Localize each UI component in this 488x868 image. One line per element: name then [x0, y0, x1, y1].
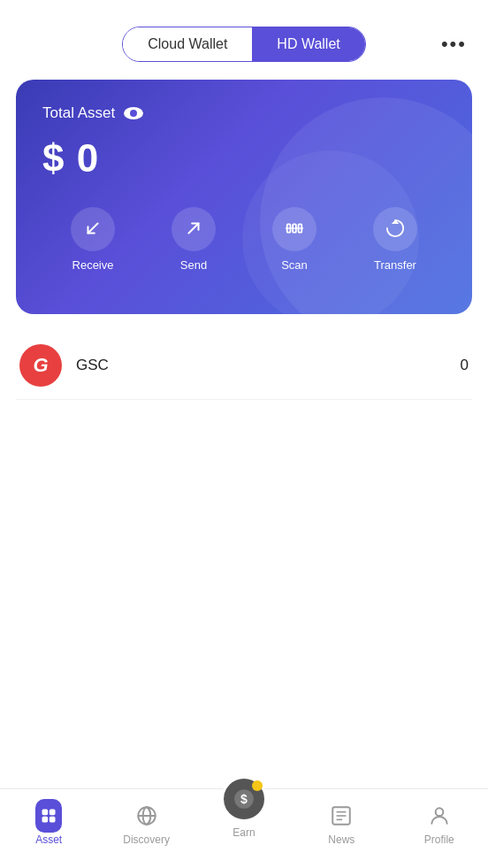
svg-rect-9 [50, 817, 56, 823]
token-name-gsc: GSC [76, 357, 109, 374]
nav-item-profile[interactable]: Profile [408, 803, 470, 846]
token-list: G GSC 0 [16, 332, 472, 400]
receive-circle [71, 207, 115, 251]
token-item-gsc[interactable]: G GSC 0 [16, 332, 472, 400]
transfer-label: Transfer [374, 258, 416, 272]
transfer-icon [385, 219, 405, 241]
bottom-nav: Asset Discovery $ Earn [0, 788, 488, 868]
total-asset-label: Total Asset [42, 104, 115, 122]
discovery-icon [135, 804, 158, 827]
svg-line-0 [88, 223, 98, 233]
wallet-toggle: Cloud Wallet HD Wallet [122, 27, 366, 62]
discovery-icon-wrap [133, 803, 160, 829]
send-circle [172, 207, 216, 251]
scan-circle [272, 207, 316, 251]
gsc-logo-text: G [33, 354, 48, 377]
receive-label: Receive [72, 258, 114, 272]
hd-wallet-tab[interactable]: HD Wallet [252, 27, 364, 61]
earn-icon-wrap: $ [221, 776, 267, 822]
send-action[interactable]: Send [172, 207, 216, 272]
asset-label: Asset [35, 833, 62, 846]
cloud-wallet-tab[interactable]: Cloud Wallet [123, 27, 252, 61]
svg-text:$: $ [240, 792, 248, 806]
profile-label: Profile [424, 833, 454, 846]
profile-icon-wrap [426, 803, 453, 829]
nav-item-discovery[interactable]: Discovery [116, 803, 178, 846]
scan-icon [285, 219, 304, 241]
svg-rect-7 [50, 810, 56, 816]
send-icon [184, 219, 203, 241]
news-label: News [328, 833, 355, 846]
send-label: Send [180, 258, 207, 272]
discovery-label: Discovery [123, 833, 170, 846]
earn-circle: $ [221, 776, 267, 822]
earn-dollar-icon: $ [233, 787, 255, 810]
svg-rect-6 [42, 810, 49, 816]
asset-icon-wrap [35, 803, 62, 829]
receive-action[interactable]: Receive [71, 207, 115, 272]
news-icon [330, 804, 353, 827]
earn-label: Earn [233, 826, 255, 839]
more-icon[interactable]: ••• [441, 33, 467, 56]
svg-line-1 [189, 223, 199, 233]
nav-item-news[interactable]: News [310, 803, 372, 846]
wallet-card: Total Asset $ 0 Receive [16, 80, 472, 314]
eye-icon[interactable] [124, 107, 143, 119]
nav-item-asset[interactable]: Asset [18, 803, 80, 846]
scan-label: Scan [281, 258, 308, 272]
scan-action[interactable]: Scan [272, 207, 316, 272]
transfer-action[interactable]: Transfer [373, 207, 417, 272]
news-icon-wrap [328, 803, 355, 829]
svg-rect-8 [42, 817, 49, 823]
receive-icon [83, 219, 103, 241]
asset-icon [40, 807, 57, 825]
token-balance-gsc: 0 [461, 357, 469, 374]
card-actions: Receive Send [42, 207, 446, 272]
earn-badge-dot [252, 780, 263, 791]
asset-active-bg [35, 799, 62, 833]
transfer-circle [373, 207, 417, 251]
token-logo-gsc: G [19, 344, 62, 387]
svg-point-19 [435, 808, 443, 816]
profile-icon [428, 804, 451, 827]
header: Cloud Wallet HD Wallet ••• [0, 0, 488, 80]
nav-item-earn[interactable]: $ Earn [213, 801, 275, 839]
